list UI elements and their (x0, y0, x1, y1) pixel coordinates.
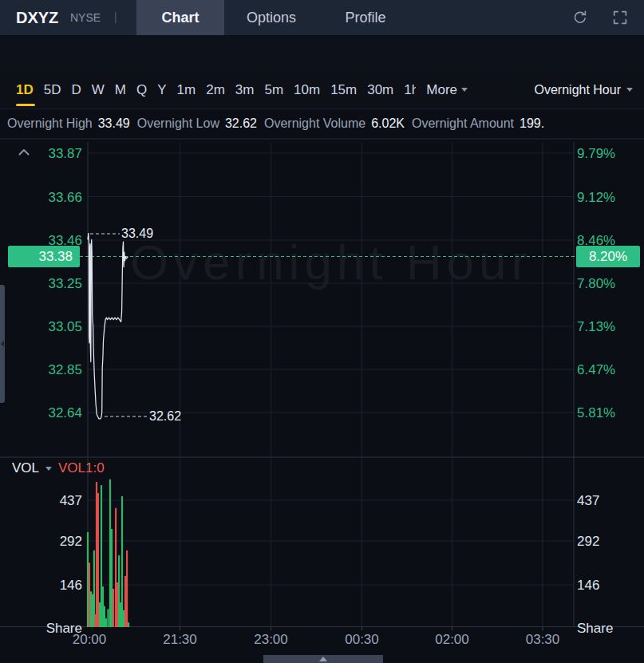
price-tick-left: 33.05 (32, 319, 82, 335)
volume-unit-left: Share (32, 621, 82, 637)
volume-bar (90, 591, 92, 627)
price-tick-left: 33.87 (32, 146, 82, 162)
plot-svg (0, 0, 644, 663)
volume-bar (124, 576, 126, 627)
volume-tick-right: 146 (577, 578, 599, 594)
volume-bar (87, 532, 89, 627)
pct-tick-right: 5.81% (577, 405, 615, 421)
volume-tick-right: 437 (577, 493, 599, 509)
pct-tick-right: 9.12% (577, 190, 615, 206)
volume-bar (96, 482, 97, 627)
left-panel-handle[interactable] (0, 285, 5, 403)
volume-bar (120, 602, 121, 627)
bottom-drag-handle[interactable] (263, 655, 383, 663)
volume-bar (121, 496, 123, 627)
volume-bar (99, 602, 101, 627)
vol-label[interactable]: VOL (12, 460, 39, 476)
volume-tick-right: 292 (577, 534, 599, 550)
high-annotation: 33.49 (121, 227, 153, 241)
pct-tick-right: 9.79% (577, 146, 615, 162)
triangle-up-icon (319, 657, 327, 661)
pct-tick-right: 7.13% (577, 319, 615, 335)
price-tick-left: 32.64 (32, 405, 82, 421)
volume-bar (102, 586, 104, 627)
time-tick: 21:30 (156, 632, 204, 648)
volume-bar (126, 551, 128, 627)
volume-bar (128, 622, 129, 627)
volume-bar (109, 479, 111, 627)
volume-tick-left: 292 (32, 534, 82, 550)
volume-header: VOL VOL1:0 (12, 460, 105, 476)
pct-tick-right: 7.80% (577, 276, 615, 292)
time-tick: 00:30 (338, 632, 386, 648)
pane-collapse-chevron-up-icon[interactable] (18, 148, 30, 156)
volume-bar (97, 493, 99, 627)
pct-tick-right: 6.47% (577, 362, 615, 378)
price-tick-left: 33.25 (32, 276, 82, 292)
chevron-left-icon (1, 341, 4, 347)
volume-unit-right: Share (577, 621, 613, 637)
current-price-badge: 33.38 (8, 246, 80, 267)
price-tick-left: 33.66 (32, 190, 82, 206)
time-tick: 03:30 (519, 632, 567, 648)
volume-bars (87, 479, 129, 627)
volume-bar (115, 508, 117, 627)
volume-bar (104, 606, 105, 627)
vol-dropdown-icon[interactable] (45, 467, 52, 471)
volume-tick-left: 437 (32, 493, 82, 509)
low-annotation: 32.62 (149, 409, 181, 424)
volume-bar (118, 555, 120, 627)
trading-chart-window: DXYZ NYSE | ChartOptionsProfile (0, 0, 644, 663)
vol-study-label[interactable]: VOL1:0 (58, 460, 105, 476)
price-tick-left: 32.85 (32, 362, 82, 378)
time-tick: 02:00 (429, 632, 476, 648)
current-change-badge: 8.20% (576, 246, 640, 267)
volume-bar (89, 562, 90, 627)
volume-bar (123, 610, 124, 627)
volume-tick-left: 146 (32, 578, 82, 594)
volume-bar (117, 582, 118, 627)
volume-bar (111, 529, 113, 627)
volume-bar (113, 589, 114, 627)
volume-bar (105, 618, 107, 627)
time-tick: 23:00 (247, 632, 295, 648)
volume-bar (101, 485, 102, 627)
volume-bar (107, 609, 109, 627)
